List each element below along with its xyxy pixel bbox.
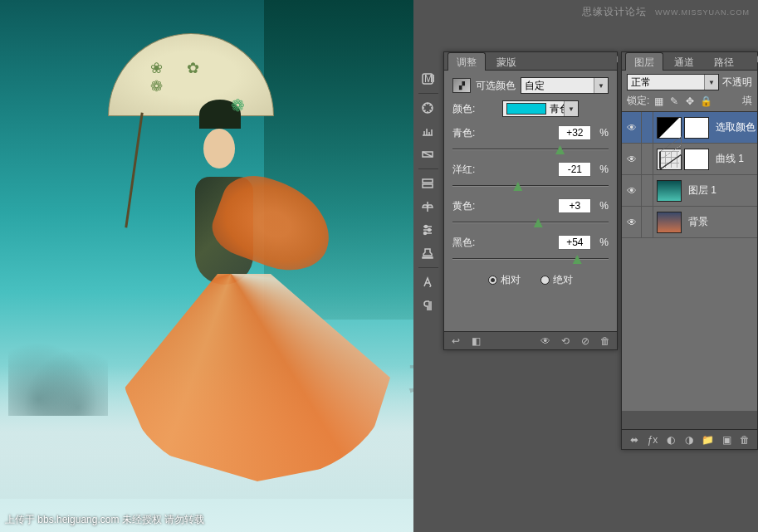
svg-text:Mb: Mb (424, 73, 434, 85)
trash-icon[interactable]: 🗑 (599, 334, 612, 348)
cyan-label: 青色: (452, 126, 497, 140)
layer-name: 图层 1 (688, 183, 716, 198)
adjustment-layer-icon[interactable]: ◑ (683, 433, 695, 447)
absolute-radio[interactable]: 绝对 (540, 273, 573, 287)
lock-all-icon[interactable]: 🔒 (699, 95, 712, 108)
link-layers-icon[interactable]: ⬌ (628, 433, 640, 447)
yellow-input[interactable] (558, 198, 591, 213)
text-a-icon[interactable] (418, 273, 437, 291)
magenta-input[interactable] (558, 162, 591, 177)
site-credit: 思缘设计论坛 WWW.MISSYUAN.COM (582, 5, 750, 19)
tab-masks[interactable]: 蒙版 (487, 52, 526, 71)
fill-label: 填 (742, 94, 752, 108)
return-arrow-icon[interactable]: ↩ (449, 334, 462, 348)
cyan-slider[interactable] (452, 144, 609, 155)
layers-tabs: 图层 通道 路径 (622, 52, 757, 71)
stamp-icon[interactable] (418, 244, 437, 262)
layer-thumb-icon (657, 212, 682, 233)
credit-url: WWW.MISSYUAN.COM (655, 8, 750, 17)
percent-sign: % (599, 127, 609, 139)
magenta-label: 洋红: (452, 163, 497, 177)
lock-transparency-icon[interactable]: ▦ (652, 95, 665, 108)
eye-toggle-icon[interactable]: 👁 (539, 334, 552, 348)
paragraph-icon[interactable] (418, 296, 437, 315)
visibility-toggle-icon[interactable]: 👁 (622, 112, 642, 143)
layer-name: 曲线 1 (716, 152, 744, 166)
sliders-icon[interactable] (418, 221, 437, 239)
layer-row-image1[interactable]: 👁 图层 1 (622, 175, 757, 207)
color-label: 颜色: (452, 102, 497, 116)
tab-paths[interactable]: 路径 (705, 52, 743, 71)
svg-rect-4 (423, 179, 433, 183)
visibility-toggle-icon[interactable]: 👁 (622, 175, 642, 206)
mask-icon[interactable]: ◐ (665, 433, 677, 447)
layer-thumb-icon (657, 180, 682, 202)
black-input[interactable] (558, 235, 591, 250)
cyan-input[interactable] (558, 125, 591, 140)
layer-row-selective-color[interactable]: 👁 选取颜色 (622, 112, 757, 144)
mask-thumb-icon (684, 117, 709, 139)
yellow-label: 黄色: (452, 199, 497, 213)
reset-icon[interactable]: ⊘ (579, 334, 592, 348)
fx-icon[interactable]: ƒx (647, 433, 658, 447)
adjust-tabs: 调整 蒙版 (444, 52, 617, 71)
black-label: 黑色: (452, 236, 497, 250)
black-slider[interactable] (452, 253, 609, 265)
gradient-icon[interactable] (418, 145, 437, 164)
layer-list: 👁 选取颜色 👁 曲线 1 👁 图层 1 👁 背景 (622, 112, 757, 411)
preset-dropdown[interactable]: 自定 (521, 77, 609, 94)
magenta-slider[interactable] (452, 180, 609, 192)
umbrella (108, 33, 282, 149)
adjust-preset-toolbar: Mb (418, 65, 438, 320)
layer-name: 背景 (688, 215, 708, 229)
layer-name: 选取颜色 (716, 120, 756, 134)
color-value: 青色 (550, 102, 570, 116)
color-swatch (506, 103, 546, 115)
color-dropdown[interactable]: 青色 (502, 100, 579, 117)
blend-mode-dropdown[interactable]: 正常 (627, 74, 719, 90)
svg-rect-5 (423, 184, 433, 188)
clip-icon[interactable]: ◧ (469, 334, 482, 348)
new-layer-icon[interactable]: ▣ (721, 433, 732, 447)
credit-main: 思缘设计论坛 (582, 6, 647, 17)
layer-thumb-icon (657, 117, 682, 139)
adjustment-title: 可选颜色 (476, 79, 516, 93)
tab-layers[interactable]: 图层 (625, 52, 663, 71)
svg-point-8 (424, 232, 427, 235)
mask-thumb-icon (684, 149, 709, 170)
layers-panel: ◀◀ 图层 通道 路径 正常 不透明 锁定: ▦ ✎ ✥ 🔒 填 👁 选取颜色 … (621, 51, 758, 450)
yellow-slider[interactable] (452, 217, 609, 228)
hue-icon[interactable] (418, 174, 437, 193)
visibility-toggle-icon[interactable]: 👁 (622, 207, 642, 237)
adjustments-panel: ◀◀ 调整 蒙版 ▞ 可选颜色 自定 颜色: 青色 青色: % 洋红: % (443, 51, 618, 350)
adjust-footer: ↩ ◧ 👁 ⟲ ⊘ 🗑 (444, 331, 617, 349)
relative-radio[interactable]: 相对 (488, 273, 521, 287)
selective-color-icon: ▞ (452, 78, 471, 93)
preset-mb-icon[interactable]: Mb (418, 70, 437, 88)
lock-label: 锁定: (627, 94, 649, 108)
document-canvas[interactable]: 北京·老屋 上传于 bbs.heiguang.com 未经授权 请勿转载 (0, 0, 413, 532)
balance-icon[interactable] (418, 198, 437, 216)
background-rocks (8, 333, 108, 416)
compass-icon[interactable] (418, 99, 437, 117)
layer-row-curves[interactable]: 👁 曲线 1 (622, 144, 757, 175)
tab-adjustments[interactable]: 调整 (447, 52, 486, 71)
main-figure (100, 41, 390, 490)
levels-icon[interactable] (418, 122, 437, 140)
layers-footer: ⬌ ƒx ◐ ◑ 📁 ▣ 🗑 (622, 429, 757, 449)
group-icon[interactable]: 📁 (702, 433, 714, 447)
previous-state-icon[interactable]: ⟲ (559, 334, 572, 348)
svg-point-7 (428, 229, 431, 232)
delete-layer-icon[interactable]: 🗑 (739, 433, 751, 447)
tab-channels[interactable]: 通道 (665, 52, 703, 71)
lock-paint-icon[interactable]: ✎ (668, 95, 681, 108)
attribution-text: 上传于 bbs.heiguang.com 未经授权 请勿转载 (5, 513, 204, 527)
svg-point-6 (425, 226, 428, 228)
visibility-toggle-icon[interactable]: 👁 (622, 144, 642, 174)
layer-row-background[interactable]: 👁 背景 (622, 207, 757, 238)
opacity-label: 不透明 (722, 76, 752, 90)
lock-move-icon[interactable]: ✥ (683, 95, 697, 108)
layer-thumb-icon (657, 149, 682, 170)
